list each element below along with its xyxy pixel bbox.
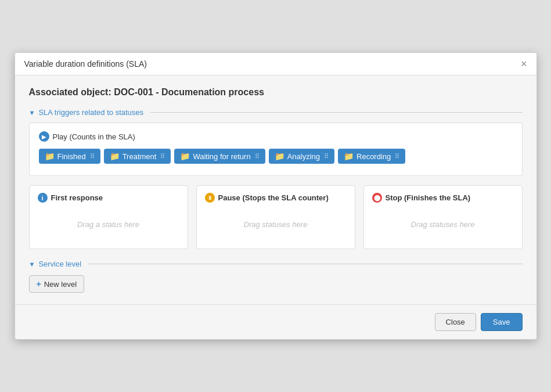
sla-triggers-label: SLA triggers related to statuses <box>38 108 143 117</box>
sla-triggers-section-header: ▼ SLA triggers related to statuses <box>29 108 523 117</box>
first-response-drag-hint: Drag a status here <box>38 207 179 242</box>
play-label: Play (Counts in the SLA) <box>53 132 135 141</box>
pause-icon: ⏸ <box>205 193 215 203</box>
folder-icon-waiting: 📁 <box>180 152 190 161</box>
pause-header: ⏸ Pause (Stops the SLA counter) <box>205 193 347 203</box>
drag-handle-finished: ⠿ <box>90 153 95 160</box>
main-dialog: Variable duration definitions (SLA) × As… <box>15 52 537 340</box>
drag-handle-waiting: ⠿ <box>255 153 260 160</box>
first-response-box: i First response Drag a status here <box>29 185 188 249</box>
pause-box: ⏸ Pause (Stops the SLA counter) Drag sta… <box>196 185 355 249</box>
folder-icon-recording: 📁 <box>344 152 354 161</box>
folder-icon-treatment: 📁 <box>110 152 120 161</box>
pause-drag-hint: Drag statuses here <box>205 207 347 242</box>
first-response-label: First response <box>51 193 103 202</box>
save-button[interactable]: Save <box>481 313 523 331</box>
sla-triggers-toggle[interactable]: ▼ <box>29 109 35 116</box>
three-boxes-container: i First response Drag a status here ⏸ Pa… <box>29 185 523 249</box>
play-icon: ▶ <box>39 131 49 142</box>
service-level-label: Service level <box>38 260 81 268</box>
status-tag-treatment[interactable]: 📁 Treatment ⠿ <box>104 149 171 164</box>
stop-drag-hint: Drag statuses here <box>372 207 514 242</box>
dialog-header: Variable duration definitions (SLA) × <box>15 53 536 75</box>
status-tag-finished-label: Finished <box>57 152 86 161</box>
play-header: ▶ Play (Counts in the SLA) <box>39 131 513 142</box>
dialog-close-button[interactable]: × <box>521 59 527 69</box>
service-level-toggle[interactable]: ▼ <box>29 261 35 268</box>
stop-header: ⬤ Stop (Finishes the SLA) <box>372 193 514 203</box>
status-tag-treatment-label: Treatment <box>123 152 157 161</box>
first-response-icon: i <box>38 193 48 203</box>
status-tag-recording-label: Recording <box>356 152 391 161</box>
status-tag-waiting-label: Waiting for return <box>193 152 250 161</box>
status-tag-recording[interactable]: 📁 Recording ⠿ <box>338 149 405 164</box>
service-level-divider <box>88 264 522 264</box>
status-tag-finished[interactable]: 📁 Finished ⠿ <box>39 149 100 164</box>
first-response-header: i First response <box>38 193 179 203</box>
folder-icon-finished: 📁 <box>45 152 55 161</box>
dialog-title: Variable duration definitions (SLA) <box>24 59 147 69</box>
folder-icon-analyzing: 📁 <box>275 152 284 161</box>
dialog-body: Associated object: DOC-001 - Documenatio… <box>15 75 536 304</box>
service-level-section-header: ▼ Service level <box>29 260 523 268</box>
status-tag-analyzing-label: Analyzing <box>287 152 320 161</box>
status-tag-waiting[interactable]: 📁 Waiting for return ⠿ <box>174 149 265 164</box>
drag-handle-analyzing: ⠿ <box>324 153 329 160</box>
drag-handle-recording: ⠿ <box>395 153 399 160</box>
status-tags-container: 📁 Finished ⠿ 📁 Treatment ⠿ 📁 Waiting for… <box>39 149 513 164</box>
associated-object-label: Associated object: DOC-001 - Documenatio… <box>29 87 523 98</box>
pause-label: Pause (Stops the SLA counter) <box>218 193 329 202</box>
drag-handle-treatment: ⠿ <box>160 153 165 160</box>
plus-icon: + <box>37 279 41 289</box>
service-level-section: ▼ Service level + New level <box>29 260 523 293</box>
stop-box: ⬤ Stop (Finishes the SLA) Drag statuses … <box>363 185 523 249</box>
new-level-label: New level <box>44 280 77 289</box>
new-level-button[interactable]: + New level <box>29 275 85 293</box>
sla-triggers-divider <box>150 112 522 113</box>
status-tag-analyzing[interactable]: 📁 Analyzing ⠿ <box>269 149 334 164</box>
stop-label: Stop (Finishes the SLA) <box>386 193 471 202</box>
close-button[interactable]: Close <box>435 313 476 331</box>
play-box: ▶ Play (Counts in the SLA) 📁 Finished ⠿ … <box>29 123 523 176</box>
stop-icon: ⬤ <box>372 193 382 203</box>
dialog-footer: Close Save <box>15 304 536 339</box>
